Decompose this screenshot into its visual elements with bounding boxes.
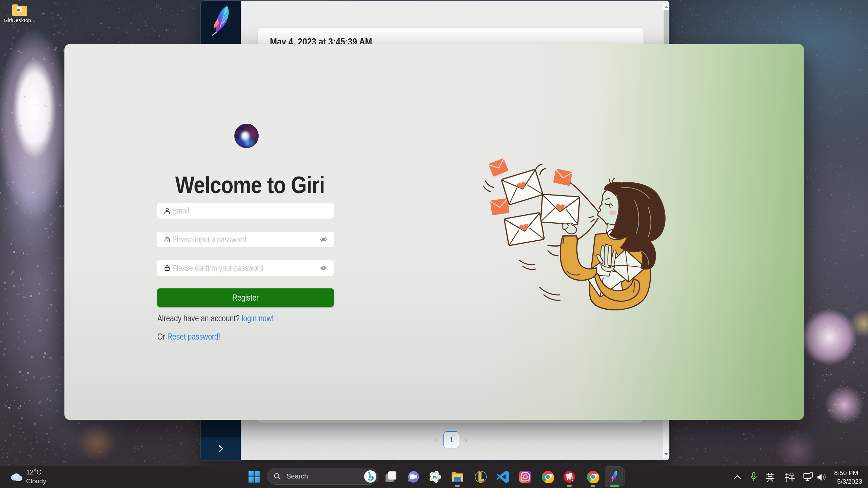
svg-text:ev: ev [433, 475, 438, 480]
